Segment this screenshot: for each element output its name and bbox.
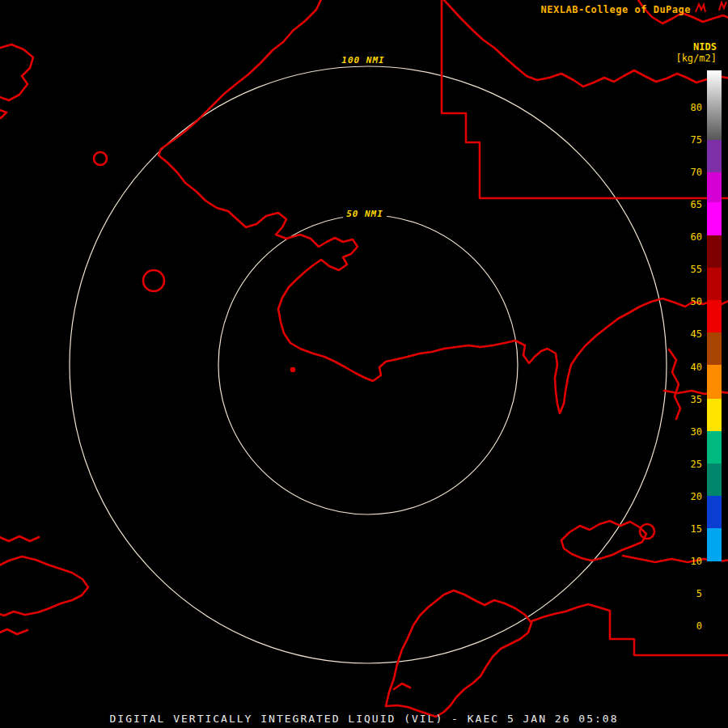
- range-ring-label-50nmi: 50 NMI: [343, 209, 387, 219]
- colorbar-tick-label: 80: [681, 101, 702, 114]
- map-outline: [159, 0, 728, 413]
- map-outline-circle: [640, 524, 654, 539]
- cod-logo-icon: [694, 2, 707, 18]
- colorbar-segment: [707, 268, 722, 300]
- radar-map-svg: [0, 0, 728, 728]
- map-outline: [386, 590, 531, 717]
- range-ring: [218, 215, 518, 514]
- colorbar-tick-label: 40: [681, 361, 702, 374]
- colorbar-segment: [707, 300, 722, 332]
- colorbar-segment: [707, 594, 722, 626]
- colorbar-title: NIDS: [693, 41, 717, 53]
- colorbar-segment: [707, 70, 722, 140]
- range-ring-label-100nmi: 100 NMI: [338, 55, 387, 66]
- map-outline-circle: [143, 270, 164, 291]
- map-outline-circle: [94, 152, 107, 165]
- map-outline: [561, 521, 646, 561]
- radar-display: 100 NMI 50 NMI NEXLAB-College of DuPage …: [0, 0, 728, 728]
- colorbar-tick-label: 25: [681, 458, 702, 471]
- map-outline: [669, 349, 680, 419]
- map-outline-circle: [291, 368, 294, 371]
- map-outline: [394, 684, 410, 689]
- colorbar-tick-label: 20: [681, 490, 702, 503]
- colorbar-segment: [707, 332, 722, 365]
- colorbar-tick-label: 35: [681, 393, 702, 406]
- map-outline: [0, 109, 6, 118]
- map-outline: [0, 557, 88, 616]
- colorbar-segments: [707, 70, 722, 626]
- colorbar-tick-label: 60: [681, 231, 702, 243]
- colorbar-tick-label: 15: [681, 523, 702, 535]
- colorbar-segment: [707, 399, 722, 431]
- site-title: NEXLAB-College of DuPage: [541, 4, 691, 15]
- colorbar-ticks: 80757065605550454035302520151050: [681, 70, 702, 637]
- colorbar-tick-label: 5: [681, 587, 702, 600]
- product-caption: DIGITAL VERTICALLY INTEGRATED LIQUID (VI…: [0, 713, 728, 725]
- map-outline: [0, 629, 28, 634]
- colorbar-segment: [707, 431, 722, 463]
- colorbar-segment: [707, 496, 722, 528]
- colorbar-tick-label: 0: [681, 620, 702, 633]
- colorbar-segment: [707, 365, 722, 399]
- colorbar-tick-label: 30: [681, 425, 702, 438]
- colorbar-segment: [707, 140, 722, 172]
- map-outline: [0, 536, 39, 541]
- colorbar-units: [kg/m2]: [675, 53, 717, 64]
- colorbar-tick-label: 65: [681, 198, 702, 211]
- colorbar-segment: [707, 172, 722, 202]
- colorbar-segment: [707, 463, 722, 496]
- colorbar-tick-label: 10: [681, 555, 702, 568]
- colorbar-tick-label: 55: [681, 263, 702, 276]
- colorbar-tick-label: 45: [681, 328, 702, 341]
- colorbar-segment: [707, 202, 722, 235]
- colorbar-tick-label: 50: [681, 295, 702, 308]
- colorbar-tick-label: 75: [681, 133, 702, 146]
- colorbar-segment: [707, 235, 722, 268]
- corner-logo-fragment-icon: [718, 0, 728, 15]
- colorbar-tick-label: 70: [681, 166, 702, 179]
- map-outline: [0, 44, 33, 100]
- colorbar-segment: [707, 528, 722, 561]
- colorbar-segment: [707, 561, 722, 594]
